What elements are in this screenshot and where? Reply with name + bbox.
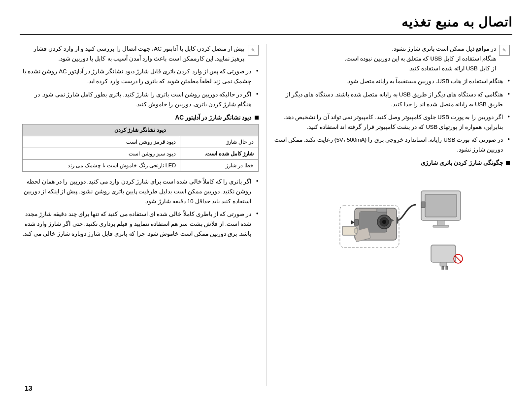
svg-rect-19 — [442, 266, 444, 270]
bullet-item: هنگامی که دستگاه های دیگر از طریق USB به… — [274, 90, 510, 109]
left-bullet-item: اگر در حالیکه دوربین روشن است باتری را ش… — [22, 90, 259, 109]
table-row: شارژ کامل شده است. دیود سبز روشن است — [23, 148, 259, 159]
table-row: خطا در شارژ LED نارنجی رنگ خاموش است یا … — [23, 159, 259, 171]
page-number: 13 — [25, 384, 33, 392]
left-bullet-item: در صورتی که پس از وارد کردن باتری قابل ش… — [22, 66, 259, 86]
note-line-1: هنگام استفاده از کابل USB که متعلق به ای… — [345, 56, 496, 62]
note-line-0: در مواقع ذیل ممکن است باتری شارژ نشود. — [392, 46, 496, 52]
title-prefix: اتصال به — [459, 15, 512, 30]
section2-label: چگونگی شارژ کردن باتری شارژی — [274, 159, 510, 166]
svg-rect-12 — [355, 219, 359, 225]
table-row: در حال شارژ دیود قرمز روشن است — [23, 136, 259, 148]
table-section-label: دیود نشانگر شارژ در آداپتور AC — [22, 114, 259, 121]
svg-rect-17 — [431, 245, 456, 262]
svg-marker-24 — [351, 220, 355, 224]
note-line-2: از کابل USB ارائه شده استفاده کنید. — [408, 65, 496, 71]
main-content: ✎ در مواقع ذیل ممکن است باتری شارژ نشود.… — [20, 44, 512, 386]
svg-rect-2 — [437, 220, 444, 225]
left-bullet-0: پیش از متصل کردن کابل یا آداپتور AC، جهت… — [33, 46, 244, 62]
note-icon-1: ✎ — [499, 45, 510, 56]
diagram-area — [274, 171, 510, 270]
left-bullet-bottom-0: اگر باتری را که کاملاً خالی شده است برای… — [22, 177, 259, 206]
page-header: اتصال به منبع تغذیه — [20, 15, 512, 35]
left-bullet-list-top: در صورتی که پس از وارد کردن باتری قابل ش… — [22, 66, 259, 109]
table-led-0: دیود قرمز روشن است — [23, 136, 180, 148]
note-text-1: در مواقع ذیل ممکن است باتری شارژ نشود. ه… — [274, 44, 497, 73]
charge-table: دیود نشانگر شارژ کردن در حال شارژ دیود ق… — [22, 124, 259, 172]
left-bullet-bottom-1: در صورتی که از باطری کاملاً خالی شده ای … — [22, 209, 259, 239]
left-bullet-list-bottom: اگر باتری را که کاملاً خالی شده است برای… — [22, 177, 259, 239]
svg-rect-4 — [421, 202, 425, 208]
section2-label-text: چگونگی شارژ کردن باتری شارژی — [421, 159, 503, 166]
right-bullet-list: هنگام استفاده از هاب USB، دوربین مستقیما… — [274, 76, 510, 154]
page-title: اتصال به منبع تغذیه — [401, 15, 512, 30]
table-black-square-icon — [255, 116, 259, 120]
diagram-svg — [274, 171, 510, 270]
black-square-icon — [506, 161, 510, 165]
svg-rect-3 — [433, 225, 449, 227]
column-divider — [266, 44, 266, 386]
svg-point-10 — [382, 220, 386, 224]
page: اتصال به منبع تغذیه ✎ در مواقع ذیل ممکن … — [0, 0, 532, 401]
table-led-1: دیود سبز روشن است — [23, 148, 180, 159]
svg-rect-11 — [377, 208, 387, 212]
bullet-item: در صورتی که پورت USB رایانه. استاندارد خ… — [274, 135, 510, 154]
svg-rect-15 — [355, 228, 358, 233]
svg-line-22 — [455, 256, 461, 262]
bullet-item: هنگام استفاده از هاب USB، دوربین مستقیما… — [274, 76, 510, 86]
note-text-left: پیش از متصل کردن کابل یا آداپتور AC، جهت… — [22, 44, 245, 63]
table-status-1: شارژ کامل شده است. — [180, 148, 258, 159]
table-led-2: LED نارنجی رنگ خاموش است یا چشمک می زند — [23, 159, 180, 171]
svg-rect-18 — [440, 262, 447, 266]
col-left: ✎ پیش از متصل کردن کابل یا آداپتور AC، ج… — [20, 44, 259, 386]
svg-rect-20 — [446, 266, 448, 270]
bullet-item: اگر دوربین را به پورت USB جلوی کامپیوتر … — [274, 112, 510, 132]
note-icon-left: ✎ — [248, 45, 259, 56]
col-right: ✎ در مواقع ذیل ممکن است باتری شارژ نشود.… — [274, 44, 513, 386]
svg-rect-14 — [342, 226, 356, 235]
svg-rect-1 — [425, 194, 457, 217]
note-row-1: ✎ در مواقع ذیل ممکن است باتری شارژ نشود.… — [274, 44, 510, 73]
table-section-label-text: دیود نشانگر شارژ در آداپتور AC — [175, 114, 251, 121]
table-status-2: خطا در شارژ — [180, 159, 258, 171]
table-header: دیود نشانگر شارژ کردن — [23, 124, 259, 136]
note-row-left: ✎ پیش از متصل کردن کابل یا آداپتور AC، ج… — [22, 44, 259, 63]
table-status-0: در حال شارژ — [180, 136, 258, 148]
charging-diagram-svg — [313, 171, 470, 270]
title-bold: منبع تغذیه — [401, 15, 459, 30]
